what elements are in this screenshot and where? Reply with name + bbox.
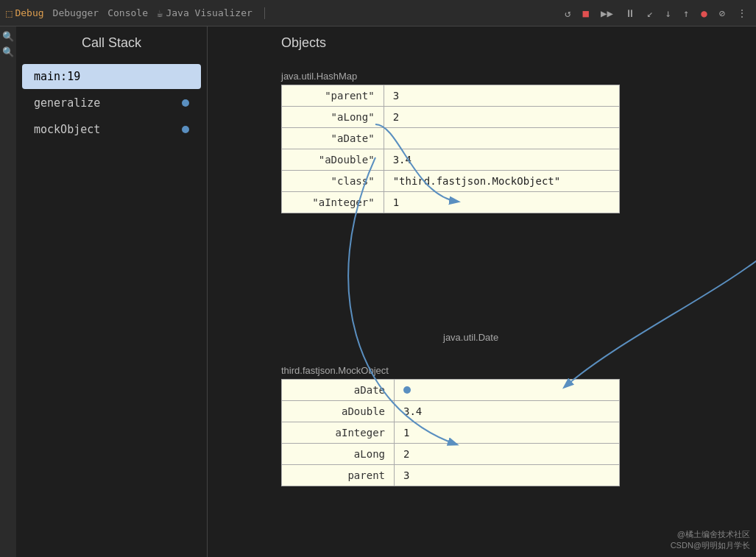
- cell-key: "aDouble": [282, 149, 384, 171]
- cell-val: 2: [384, 107, 619, 128]
- cell-key: "class": [282, 171, 384, 192]
- table-row: aDouble 3.4: [282, 401, 620, 422]
- toolbar-console[interactable]: Console: [107, 7, 148, 18]
- table-row: "aDate": [282, 128, 620, 149]
- table-row: parent 3: [282, 465, 620, 486]
- hashmap-type-label: java.util.HashMap: [281, 71, 620, 82]
- adate-dot: [403, 386, 411, 394]
- step-into-btn[interactable]: ↓: [662, 6, 674, 21]
- pause-btn[interactable]: ⏸: [622, 6, 638, 21]
- toolbar-visualizer[interactable]: ☕ Java Visualizer: [157, 7, 252, 19]
- callstack-frame-main[interactable]: main:19: [22, 64, 201, 89]
- mockobject-group: third.fastjson.MockObject aDate aDouble …: [281, 365, 620, 486]
- toolbar: ⬚ Debug Debugger Console ☕ Java Visualiz…: [0, 0, 756, 26]
- left-sidebar: 🔍 🔍: [0, 26, 16, 557]
- toolbar-separator: [264, 7, 265, 19]
- breakpoint-btn[interactable]: ●: [698, 6, 710, 21]
- callstack-header: Call Stack: [16, 26, 207, 63]
- objects-header: Objects: [222, 26, 741, 63]
- mockobject-type-label: third.fastjson.MockObject: [281, 365, 620, 376]
- zoom-out-icon[interactable]: 🔍: [2, 46, 14, 57]
- resume-btn[interactable]: ▶▶: [598, 6, 616, 21]
- mockobject-dot: [182, 126, 189, 133]
- frame-main-label: main:19: [34, 70, 80, 83]
- hashmap-table: "parent" 3 "aLong" 2 "aDate" "aDouble" 3…: [281, 85, 620, 213]
- watermark-line2: CSDN@明明如月学长: [671, 540, 750, 551]
- cell-key: "aLong": [282, 107, 384, 128]
- cell-key: aDouble: [282, 401, 395, 422]
- callstack-panel: Call Stack main:19 generalize mockObject: [16, 26, 208, 557]
- date-type-label: java.util.Date: [443, 332, 498, 343]
- zoom-in-icon[interactable]: 🔍: [2, 31, 14, 42]
- frame-generalize-label: generalize: [34, 96, 100, 110]
- toolbar-debug-label: Debug: [15, 7, 43, 18]
- mute-btn[interactable]: ⊘: [716, 6, 728, 21]
- cell-key: aLong: [282, 444, 395, 465]
- main-area: 🔍 🔍 Call Stack main:19 generalize mockOb…: [0, 26, 756, 557]
- cell-val: 3.4: [384, 149, 619, 171]
- table-row: "class" "third.fastjson.MockObject": [282, 171, 620, 192]
- toolbar-debugger-label: Debugger: [53, 7, 99, 18]
- generalize-dot: [182, 99, 189, 107]
- table-row: aLong 2: [282, 444, 620, 465]
- hashmap-group: java.util.HashMap "parent" 3 "aLong" 2 "…: [281, 71, 620, 213]
- toolbar-actions: ↺ ■ ▶▶ ⏸ ↙ ↓ ↑ ● ⊘ ⋮: [562, 6, 750, 21]
- cell-val-adate2: [395, 380, 620, 401]
- table-row: "parent" 3: [282, 85, 620, 107]
- watermark-line1: @橘土编舍技术社区: [671, 529, 750, 540]
- cell-key-adate2: aDate: [282, 380, 395, 401]
- cell-key-adate: "aDate": [282, 128, 384, 149]
- cell-key: parent: [282, 465, 395, 486]
- cell-val: 3: [395, 465, 620, 486]
- toolbar-debug[interactable]: ⬚ Debug: [6, 7, 44, 19]
- table-row: "aLong" 2: [282, 107, 620, 128]
- objects-panel: Objects java.util.HashMap "parent" 3 "aL…: [208, 26, 756, 557]
- refresh-btn[interactable]: ↺: [562, 6, 573, 21]
- toolbar-debugger[interactable]: Debugger: [53, 7, 99, 18]
- cell-val: 2: [395, 444, 620, 465]
- stop-btn[interactable]: ■: [580, 6, 592, 21]
- toolbar-visualizer-label: Java Visualizer: [166, 7, 252, 18]
- table-row: "aInteger" 1: [282, 192, 620, 213]
- cell-key: aInteger: [282, 422, 395, 444]
- table-row: "aDouble" 3.4: [282, 149, 620, 171]
- cell-val-adate: [384, 128, 619, 149]
- cell-key: "parent": [282, 85, 384, 107]
- callstack-frame-mockobject[interactable]: mockObject: [22, 117, 201, 142]
- cell-key: "aInteger": [282, 192, 384, 213]
- cell-val: 3.4: [395, 401, 620, 422]
- toolbar-console-label: Console: [107, 7, 148, 18]
- cell-val: 1: [395, 422, 620, 444]
- mockobject-table: aDate aDouble 3.4 aInteger 1 aLong 2: [281, 379, 620, 486]
- callstack-frame-generalize[interactable]: generalize: [22, 91, 201, 116]
- table-row: aDate: [282, 380, 620, 401]
- more-btn[interactable]: ⋮: [734, 6, 750, 21]
- cell-val: 3: [384, 85, 619, 107]
- step-over-btn[interactable]: ↙: [644, 6, 656, 21]
- cell-val: "third.fastjson.MockObject": [384, 171, 619, 192]
- watermark: @橘土编舍技术社区 CSDN@明明如月学长: [671, 529, 750, 551]
- java-icon: ☕: [157, 7, 163, 19]
- debug-icon: ⬚: [6, 7, 12, 19]
- frame-mockobject-label: mockObject: [34, 123, 100, 136]
- step-out-btn[interactable]: ↑: [680, 6, 692, 21]
- cell-val: 1: [384, 192, 619, 213]
- table-row: aInteger 1: [282, 422, 620, 444]
